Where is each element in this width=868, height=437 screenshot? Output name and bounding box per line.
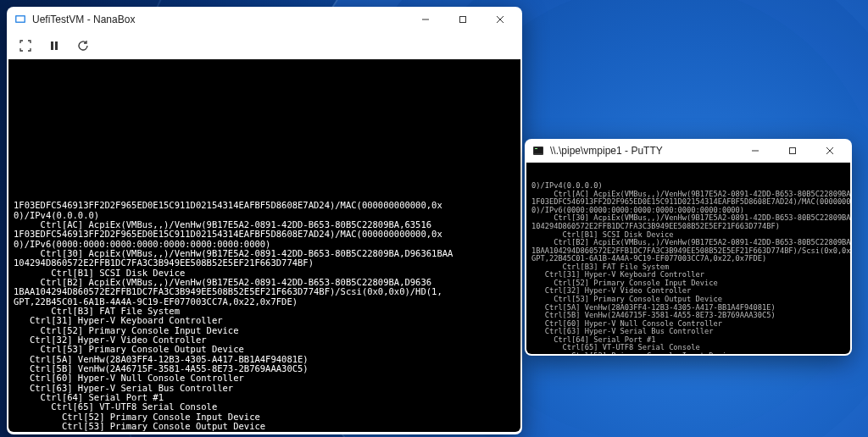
terminal-blank-area xyxy=(14,82,515,182)
minimize-button[interactable] xyxy=(737,138,774,163)
terminal-line: Ctrl[53] Primary Console Output Device xyxy=(14,345,515,354)
putty-titlebar[interactable]: \\.\pipe\vmpipe1 - PuTTY xyxy=(525,139,852,163)
fullscreen-button[interactable] xyxy=(14,36,37,56)
terminal-line: Ctrl[31] Hyper-V Keyboard Controller xyxy=(14,316,515,325)
pause-button[interactable] xyxy=(42,36,66,56)
terminal-line: 1BAA104294D860572E2FFB1DC7FA3C3B949EE508… xyxy=(14,287,515,296)
nanobox-window: UefiTestVM - NanaBox 1F03EDFC546913FF2D2… xyxy=(7,7,522,434)
terminal-line: Ctrl[52] Primary Console Input Device xyxy=(531,352,845,354)
svg-rect-10 xyxy=(535,148,537,149)
close-button[interactable] xyxy=(481,7,519,32)
svg-rect-6 xyxy=(51,41,53,50)
terminal-line: Ctrl[65] VT-UTF8 Serial Console xyxy=(14,402,515,412)
minimize-button[interactable] xyxy=(407,7,444,32)
terminal-line: Ctrl[60] Hyper-V Null Console Controller xyxy=(14,373,515,383)
nanobox-title: UefiTestVM - NanaBox xyxy=(32,14,135,25)
terminal-line: 104294D860572E2FFB1DC7FA3C3B949EE508B52E… xyxy=(14,258,515,268)
svg-rect-12 xyxy=(790,148,796,154)
putty-title: \\.\pipe\vmpipe1 - PuTTY xyxy=(550,145,663,157)
maximize-button[interactable] xyxy=(444,7,481,32)
terminal-line: Ctrl[53] Primary Console Output Device xyxy=(14,422,515,431)
putty-app-icon xyxy=(531,144,545,158)
putty-window: \\.\pipe\vmpipe1 - PuTTY 0)/IPv4(0.0.0.0… xyxy=(525,139,852,356)
terminal-line: 1F03EDFC546913FF2D2F965ED0E15C911D021543… xyxy=(14,230,515,239)
svg-rect-1 xyxy=(17,17,25,22)
nanobox-toolbar xyxy=(7,32,522,59)
refresh-button[interactable] xyxy=(71,36,95,56)
nanobox-titlebar[interactable]: UefiTestVM - NanaBox xyxy=(7,7,522,32)
close-button[interactable] xyxy=(811,138,849,163)
nanobox-terminal[interactable]: 1F03EDFC546913FF2D2F965ED0E15C911D021543… xyxy=(8,59,520,432)
svg-rect-7 xyxy=(55,41,58,50)
svg-rect-3 xyxy=(460,17,466,23)
nanobox-app-icon xyxy=(14,13,27,26)
putty-terminal[interactable]: 0)/IPv4(0.0.0.0) Ctrl[AC] AcpiEx(VMBus,,… xyxy=(526,163,850,354)
terminal-line: 1F03EDFC546913FF2D2F965ED0E15C911D021543… xyxy=(14,201,515,210)
maximize-button[interactable] xyxy=(774,138,811,163)
